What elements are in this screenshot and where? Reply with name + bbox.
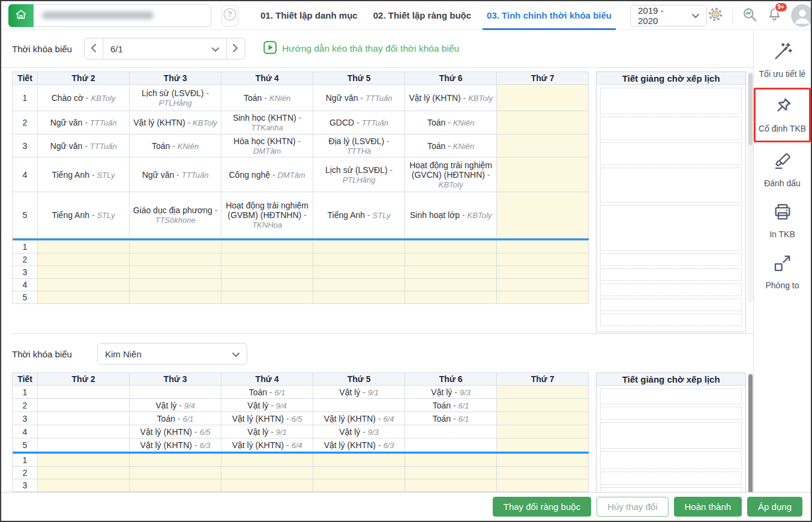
timetable-cell[interactable]: Vật lý - 9/3 (313, 425, 405, 439)
next-class-button[interactable] (226, 38, 245, 59)
timetable-cell[interactable] (405, 439, 497, 452)
timetable-cell[interactable]: Toán - 6/1 (130, 412, 221, 425)
timetable-cell[interactable]: Giáo dục địa phương - TTSôkhone (130, 192, 221, 238)
pending-slot[interactable] (600, 389, 742, 404)
sidebar-item-co-dinh-tkb[interactable]: Cố định TKB (754, 88, 811, 142)
timetable-cell[interactable] (497, 454, 589, 467)
timetable-cell[interactable] (130, 279, 221, 291)
pending-slot[interactable] (600, 472, 742, 485)
sidebar-item-phong-to[interactable]: Phóng to (754, 246, 811, 297)
timetable-cell[interactable] (38, 241, 130, 253)
timetable-cell[interactable] (221, 291, 313, 304)
timetable-cell[interactable]: Vật lý - 9/1 (221, 425, 313, 439)
timetable-cell[interactable] (497, 135, 589, 157)
pending-slot[interactable] (600, 168, 742, 202)
timetable-cell[interactable] (313, 467, 405, 479)
timetable-cell[interactable]: Công nghệ - DMTâm (221, 157, 313, 192)
timetable-cell[interactable] (38, 454, 130, 467)
timetable-cell[interactable] (497, 241, 589, 253)
tab-01-thiet-lap-danh-muc[interactable]: 01. Thiết lập danh mục (253, 1, 365, 30)
timetable-cell[interactable] (405, 291, 497, 304)
timetable-cell[interactable] (405, 279, 497, 291)
timetable-cell[interactable] (497, 439, 589, 452)
class-select[interactable]: 6/1 (103, 38, 226, 59)
timetable-cell[interactable] (497, 386, 589, 399)
timetable-cell[interactable] (497, 111, 589, 135)
pending-slot[interactable] (600, 314, 742, 326)
timetable-cell[interactable] (130, 253, 221, 266)
timetable-cell[interactable] (313, 454, 405, 467)
timetable-cell[interactable] (38, 386, 130, 399)
timetable-cell[interactable] (497, 467, 589, 479)
timetable-cell[interactable]: Ngữ văn - TTTuấn (313, 85, 405, 111)
timetable-cell[interactable]: Toán - KNiên (405, 111, 497, 135)
timetable-cell[interactable] (313, 266, 405, 279)
scrollbar[interactable] (748, 71, 753, 303)
timetable-cell[interactable]: Hóa học (KHTN) - DMTâm (221, 135, 313, 157)
timetable-cell[interactable] (313, 253, 405, 266)
timetable-cell[interactable]: Chào cờ - KBToly (38, 85, 130, 111)
timetable-cell[interactable] (221, 253, 313, 266)
avatar[interactable] (791, 4, 812, 27)
timetable-cell[interactable]: Ngữ văn - TTTuấn (130, 157, 221, 192)
help-button[interactable]: ? (221, 5, 238, 26)
pending-slot[interactable] (600, 422, 742, 449)
timetable-cell[interactable]: Tiếng Anh - STLy (38, 192, 130, 238)
timetable-cell[interactable] (497, 425, 589, 439)
timetable-cell[interactable]: GDCD - TTTuấn (313, 111, 405, 135)
timetable-cell[interactable] (221, 241, 313, 253)
complete-button[interactable]: Hoàn thành (674, 497, 742, 517)
scrollbar-thumb[interactable] (748, 73, 753, 145)
timetable-cell[interactable] (38, 439, 130, 452)
timetable-cell[interactable] (497, 266, 589, 279)
timetable-cell[interactable] (405, 479, 497, 492)
timetable-cell[interactable]: Lịch sử (LSVĐL) - PTLHằng (313, 157, 405, 192)
cancel-changes-button[interactable]: Hủy thay đổi (597, 497, 668, 517)
timetable-cell[interactable] (38, 279, 130, 291)
timetable-cell[interactable]: Toán - KNiên (221, 85, 313, 111)
tab-02-thiet-lap-rang-buoc[interactable]: 02. Thiết lập ràng buộc (365, 1, 479, 30)
pending-slot[interactable] (600, 205, 742, 251)
timetable-cell[interactable] (130, 479, 221, 492)
timetable-cell[interactable] (38, 479, 130, 492)
timetable-cell[interactable]: Vật lý (KHTN) - 6/3 (130, 439, 221, 452)
timetable-cell[interactable] (221, 279, 313, 291)
timetable-cell[interactable]: Hoạt động trải nghiệm (GVCN) (HĐTNHN) - … (405, 157, 497, 192)
timetable-cell[interactable] (130, 467, 221, 479)
timetable-cell[interactable] (38, 291, 130, 304)
timetable-cell[interactable]: Vật lý (KHTN) - 6/5 (130, 425, 221, 439)
timetable-cell[interactable] (313, 279, 405, 291)
timetable-cell[interactable] (497, 412, 589, 425)
timetable-cell[interactable]: Vật lý (KHTN) - 6/4 (313, 412, 405, 425)
timetable-cell[interactable] (497, 192, 589, 238)
timetable-cell[interactable] (405, 425, 497, 439)
timetable-cell[interactable]: Sinh hoạt lớp - KBToly (405, 192, 497, 238)
timetable-cell[interactable]: Vật lý - 9/1 (313, 386, 405, 399)
timetable-cell[interactable] (405, 266, 497, 279)
change-constraints-button[interactable]: Thay đổi ràng buộc (493, 497, 591, 517)
home-button[interactable] (8, 4, 34, 27)
prev-class-button[interactable] (84, 38, 103, 59)
guide-link[interactable]: Hướng dẫn kéo thả thay đổi thời khóa biể… (263, 41, 459, 56)
timetable-cell[interactable]: Vật lý (KHTN) - 6/5 (221, 412, 313, 425)
timetable-cell[interactable] (38, 253, 130, 266)
timetable-cell[interactable]: Tiếng Anh - STLy (313, 192, 405, 238)
timetable-cell[interactable] (405, 253, 497, 266)
timetable-cell[interactable] (497, 479, 589, 492)
timetable-cell[interactable] (38, 425, 130, 439)
sidebar-item-in-tkb[interactable]: In TKB (754, 195, 811, 246)
timetable-cell[interactable] (497, 399, 589, 412)
timetable-cell[interactable] (405, 241, 497, 253)
timetable-cell[interactable] (38, 266, 130, 279)
timetable-cell[interactable] (313, 241, 405, 253)
notifications-button[interactable]: 9+ (766, 6, 783, 25)
pending-slot[interactable] (600, 284, 742, 296)
pending-slot[interactable] (600, 142, 742, 165)
timetable-cell[interactable] (313, 291, 405, 304)
timetable-cell[interactable]: Vật lý - 9/4 (130, 399, 221, 412)
timetable-cell[interactable] (221, 467, 313, 479)
timetable-cell[interactable] (38, 412, 130, 425)
timetable-cell[interactable] (38, 467, 130, 479)
timetable-cell[interactable]: Ngữ văn - TTTuấn (38, 111, 130, 135)
timetable-cell[interactable] (497, 253, 589, 266)
